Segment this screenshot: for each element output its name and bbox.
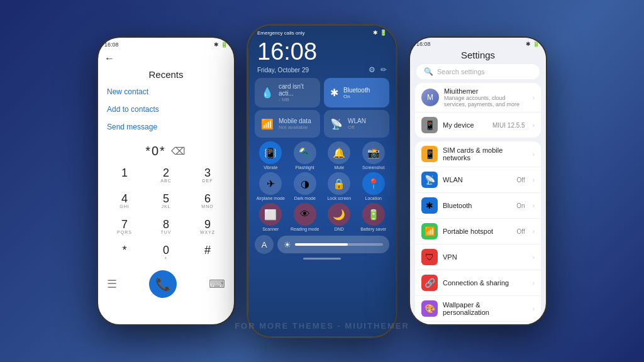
reading-icon: 👁: [294, 203, 316, 226]
new-contact-link[interactable]: New contact: [107, 87, 225, 96]
bluetooth-settings-label: Bluetooth: [443, 202, 511, 209]
flashlight-btn[interactable]: 🔦 Flashlight: [289, 141, 321, 170]
cc-tile-data[interactable]: 💧 card isn't acti... - MB: [255, 78, 320, 107]
home-indicator-center: [303, 258, 341, 260]
hotspot-item[interactable]: 📶 Portable hotspot Off ›: [415, 219, 541, 244]
back-button[interactable]: ←: [98, 49, 234, 68]
bluetooth-icon: ✱: [330, 87, 338, 99]
screenshot-label: Screenshot: [362, 165, 384, 170]
dial-number-text: *0*: [145, 144, 166, 158]
location-label: Location: [365, 196, 382, 200]
vpn-item[interactable]: 🛡 VPN ›: [415, 244, 541, 270]
time-right: 16:08: [416, 41, 431, 47]
add-contacts-link[interactable]: Add to contacts: [107, 105, 225, 114]
account-card: M Miuithemer Manage accounts, cloud serv…: [415, 83, 541, 138]
settings-icon[interactable]: ⚙: [369, 65, 375, 74]
mute-btn[interactable]: 🔔 Mute: [323, 141, 355, 170]
hotspot-value: Off: [517, 228, 525, 235]
dial-key-8[interactable]: 8TUV: [146, 215, 186, 239]
wlan-item[interactable]: 📡 WLAN Off ›: [415, 167, 541, 193]
data-sub: - MB: [279, 97, 314, 102]
call-button[interactable]: 📞: [149, 270, 177, 298]
scanner-icon: ⬜: [259, 203, 282, 226]
cc-top-tiles: 💧 card isn't acti... - MB ✱ Bluetooth On: [248, 78, 396, 110]
wallpaper-item[interactable]: 🎨 Wallpaper & personalization ›: [415, 296, 541, 322]
dial-key-9[interactable]: 9WXYZ: [187, 215, 228, 239]
dial-key-0[interactable]: 0+: [146, 241, 186, 265]
mobile-icon: 📶: [261, 118, 274, 130]
account-name: Miuithemer: [444, 87, 528, 95]
darkmode-icon: ◑: [294, 172, 316, 195]
menu-icon[interactable]: ☰: [107, 277, 117, 291]
backspace-icon[interactable]: ⌫: [171, 145, 187, 157]
account-item[interactable]: M Miuithemer Manage accounts, cloud serv…: [415, 83, 541, 112]
settings-title: Settings: [410, 48, 546, 64]
cc-icons-row3: ⬜ Scanner 👁 Reading mode 🌙 DND 🔋 Battery…: [248, 202, 396, 233]
reading-btn[interactable]: 👁 Reading mode: [289, 203, 321, 231]
chevron-wallpaper: ›: [533, 305, 535, 312]
dial-key-3[interactable]: 3DEF: [187, 163, 228, 188]
cc-icons-row1: 📳 Vibrate 🔦 Flashlight 🔔 Mute 📸 Screensh…: [248, 140, 396, 171]
search-placeholder: Search settings: [437, 68, 485, 75]
aod-item[interactable]: 🔒 Always-on display & Lock screen ›: [415, 322, 541, 324]
mydevice-item[interactable]: 📱 My device MIUI 12.5.5 ›: [415, 112, 541, 138]
chevron-icon: ›: [533, 94, 535, 101]
chevron-icon-2: ›: [533, 122, 535, 129]
cc-tile-bluetooth[interactable]: ✱ Bluetooth On: [324, 78, 389, 107]
recents-title: Recents: [98, 68, 234, 85]
brightness-slider[interactable]: ☀: [277, 236, 389, 253]
battery-btn[interactable]: 🔋 Battery saver: [358, 203, 390, 231]
status-bar-right: 16:08 ✱ 🔋: [410, 38, 546, 48]
dial-key-6[interactable]: 6MNO: [187, 189, 228, 214]
chevron-hotspot: ›: [533, 228, 535, 235]
date-icons: ⚙ ✏: [369, 65, 387, 74]
dial-key-4[interactable]: 4GHI: [104, 189, 145, 214]
lockscreen-icon: 🔒: [328, 172, 350, 195]
dnd-btn[interactable]: 🌙 DND: [323, 203, 355, 231]
edit-icon[interactable]: ✏: [380, 65, 387, 74]
dial-key-7[interactable]: 7PQRS: [104, 215, 145, 239]
airplane-btn[interactable]: ✈ Airplane mode: [255, 172, 287, 200]
dial-key-star[interactable]: *: [104, 241, 145, 265]
screen-center: Emergency calls only ✱ 🔋 16:08 Friday, O…: [248, 26, 396, 336]
battery-label: Battery saver: [360, 227, 386, 231]
dial-key-5[interactable]: 5JKL: [146, 189, 186, 214]
keyboard-icon[interactable]: ⌨: [209, 277, 225, 291]
location-btn[interactable]: 📍 Location: [358, 172, 390, 200]
emergency-text: Emergency calls only: [257, 30, 305, 36]
vibrate-btn[interactable]: 📳 Vibrate: [255, 141, 287, 170]
cc-tile-wlan[interactable]: 📡 WLAN Off: [324, 110, 389, 138]
data-icon: 💧: [261, 87, 274, 99]
dial-key-1[interactable]: 1: [104, 163, 145, 188]
cc-tile-mobile[interactable]: 📶 Mobile data Not available: [255, 110, 320, 138]
darkmode-btn[interactable]: ◑ Dark mode: [289, 172, 321, 200]
lockscreen-btn[interactable]: 🔒 Lock screen: [323, 172, 355, 200]
flashlight-icon: 🔦: [294, 141, 316, 164]
date-text: Friday, October 29: [257, 67, 309, 74]
send-message-link[interactable]: Send message: [107, 123, 225, 131]
bluetooth-settings-icon: ✱: [421, 197, 438, 214]
connection-item[interactable]: 🔗 Connection & sharing ›: [415, 270, 541, 296]
time-left: 16:08: [104, 41, 119, 48]
device-text: My device: [443, 121, 487, 129]
date-line: Friday, October 29 ⚙ ✏: [248, 65, 396, 78]
bluetooth-item[interactable]: ✱ Bluetooth On ›: [415, 193, 541, 219]
screenshot-btn[interactable]: 📸 Screenshot: [358, 141, 390, 170]
bluetooth-label: Bluetooth: [343, 87, 370, 94]
status-icons-center: ✱ 🔋: [373, 30, 387, 36]
dial-key-2[interactable]: 2ABC: [146, 163, 186, 188]
chevron-wlan: ›: [533, 177, 535, 184]
brightness-fill: [295, 243, 348, 246]
search-bar[interactable]: 🔍 Search settings: [416, 64, 540, 79]
cc-bottom-a[interactable]: A: [255, 235, 274, 254]
hotspot-icon: 📶: [421, 223, 438, 239]
wallpaper-label: Wallpaper & personalization: [443, 301, 528, 316]
scanner-btn[interactable]: ⬜ Scanner: [255, 203, 287, 231]
avatar: M: [421, 89, 439, 106]
sim-item[interactable]: 📱 SIM cards & mobile networks ›: [415, 141, 541, 167]
dial-number: *0* ⌫: [98, 138, 234, 163]
phone-left: 16:08 ✱ 🔋 ← Recents New contact Add to c…: [97, 36, 235, 326]
battery-icon: 🔋: [362, 203, 385, 226]
dial-key-hash[interactable]: #: [187, 241, 228, 265]
account-sub: Manage accounts, cloud services, payment…: [444, 95, 528, 107]
